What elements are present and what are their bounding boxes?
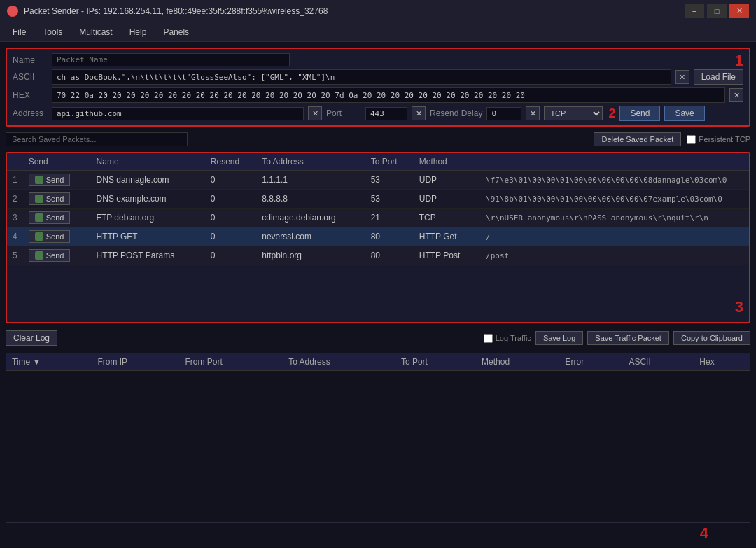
data-cell: / [480,227,749,246]
method-cell: UDP [414,171,480,190]
ascii-input[interactable] [52,69,671,85]
name-input[interactable] [52,53,290,66]
send-cell: Send [23,227,91,246]
address-clear-button[interactable]: ✕ [308,106,322,120]
traffic-log-panel: Time ▼ From IP From Port To Address To P… [6,353,750,523]
data-cell: \r\nUSER anonymous\r\nPASS anonymous\r\n… [480,209,749,227]
col-send: Send [23,153,91,171]
to-address-cell: neverssl.com [256,227,365,246]
col-to-address: To Address [256,153,365,171]
data-cell: \f7\e3\01\00\00\01\00\00\00\00\00\08dann… [480,171,749,190]
minimize-button[interactable]: − [685,4,704,18]
menu-tools[interactable]: Tools [36,24,69,40]
menu-file[interactable]: File [6,24,33,40]
ascii-clear-button[interactable]: ✕ [676,70,690,84]
traffic-table: Time ▼ From IP From Port To Address To P… [6,353,750,371]
packets-table-scroll[interactable]: Send Name Resend To Address To Port Meth… [7,153,749,265]
menu-panels[interactable]: Panels [156,24,196,40]
annotation-3: 3 [735,298,743,316]
row-send-button[interactable]: Send [29,192,71,205]
col-to-address: To Address [283,353,396,371]
to-address-cell: httpbin.org [256,246,365,265]
row-send-button[interactable]: Send [29,230,71,243]
save-traffic-packet-button[interactable]: Save Traffic Packet [587,331,669,345]
send-icon [35,195,43,203]
save-log-button[interactable]: Save Log [536,331,583,345]
address-input[interactable] [52,107,304,120]
search-input[interactable] [6,132,188,146]
to-port-cell: 80 [365,227,414,246]
packets-table: Send Name Resend To Address To Port Meth… [7,153,749,265]
to-port-cell: 80 [365,246,414,265]
to-port-cell: 21 [365,209,414,227]
protocol-select[interactable]: TCP UDP SSL HTTP Get HTTP Post [544,106,603,120]
table-row: 2 Send DNS example.com 0 8.8.8.8 53 UDP … [7,190,749,209]
hex-clear-button[interactable]: ✕ [729,88,743,102]
port-clear-button[interactable]: ✕ [412,106,426,120]
ascii-row: ASCII ✕ Load File [13,69,743,85]
resend-clear-button[interactable]: ✕ [526,106,540,120]
menu-multicast[interactable]: Multicast [72,24,119,40]
table-row: 1 Send DNS dannagle.com 0 1.1.1.1 53 UDP… [7,171,749,190]
traffic-table-header: Time ▼ From IP From Port To Address To P… [6,353,750,371]
row-send-button[interactable]: Send [29,174,71,186]
menubar: File Tools Multicast Help Panels [0,22,756,42]
ascii-label: ASCII [13,72,48,82]
log-traffic-checkbox[interactable] [484,334,493,343]
save-button[interactable]: Save [664,106,704,121]
to-address-cell: cdimage.debian.org [256,209,365,227]
persistent-tcp-checkbox[interactable] [687,135,696,144]
send-icon [35,176,43,184]
clear-log-button[interactable]: Clear Log [6,330,57,346]
resend-cell: 0 [205,171,256,190]
address-label: Address [13,108,48,118]
hex-input[interactable] [52,87,725,103]
persistent-tcp-label: Persistent TCP [687,135,750,144]
send-icon [35,213,43,222]
resend-input[interactable] [486,107,522,120]
delete-saved-packet-button[interactable]: Delete Saved Packet [594,132,681,146]
address-row: Address ✕ Port ✕ Resend Delay ✕ TCP UDP … [13,106,743,121]
copy-to-clipboard-button[interactable]: Copy to Clipboard [673,331,750,345]
send-cell: Send [23,209,91,227]
traffic-log-controls: Clear Log Log Traffic Save Log Save Traf… [6,328,750,349]
resend-cell: 0 [205,209,256,227]
row-num: 2 [7,190,23,209]
col-num [7,153,23,171]
hex-label: HEX [13,90,48,100]
traffic-table-scroll[interactable]: Time ▼ From IP From Port To Address To P… [6,353,750,371]
table-row: 4 Send HTTP GET 0 neverssl.com 80 HTTP G… [7,227,749,246]
resend-cell: 0 [205,246,256,265]
port-label: Port [326,108,361,118]
menu-help[interactable]: Help [122,24,154,40]
hex-row: HEX ✕ [13,87,743,103]
name-cell: DNS example.com [91,190,205,209]
col-time: Time ▼ [6,353,92,371]
packets-table-header: Send Name Resend To Address To Port Meth… [7,153,749,171]
maximize-button[interactable]: □ [707,4,727,18]
table-row: 3 Send FTP debian.org 0 cdimage.debian.o… [7,209,749,227]
method-cell: TCP [414,209,480,227]
send-cell: Send [23,171,91,190]
col-name: Name [91,153,205,171]
col-from-port: From Port [179,353,283,371]
close-button[interactable]: ✕ [729,4,749,18]
load-file-button[interactable]: Load File [694,69,743,85]
method-cell: HTTP Post [414,246,480,265]
log-traffic-label: Log Traffic [484,334,531,343]
col-ascii: ASCII [623,353,694,371]
name-cell: DNS dannagle.com [91,171,205,190]
port-input[interactable] [365,107,407,120]
row-send-button[interactable]: Send [29,249,71,262]
row-send-button[interactable]: Send [29,211,71,224]
send-cell: Send [23,190,91,209]
col-to-port: To Port [365,153,414,171]
titlebar: Packet Sender - IPs: 192.168.254.11, fe8… [0,0,756,22]
resend-cell: 0 [205,227,256,246]
method-cell: HTTP Get [414,227,480,246]
annotation-2: 2 [608,106,615,121]
send-button[interactable]: Send [620,106,660,121]
row-num: 3 [7,209,23,227]
search-bar: Delete Saved Packet Persistent TCP [6,131,750,148]
col-error: Error [559,353,623,371]
